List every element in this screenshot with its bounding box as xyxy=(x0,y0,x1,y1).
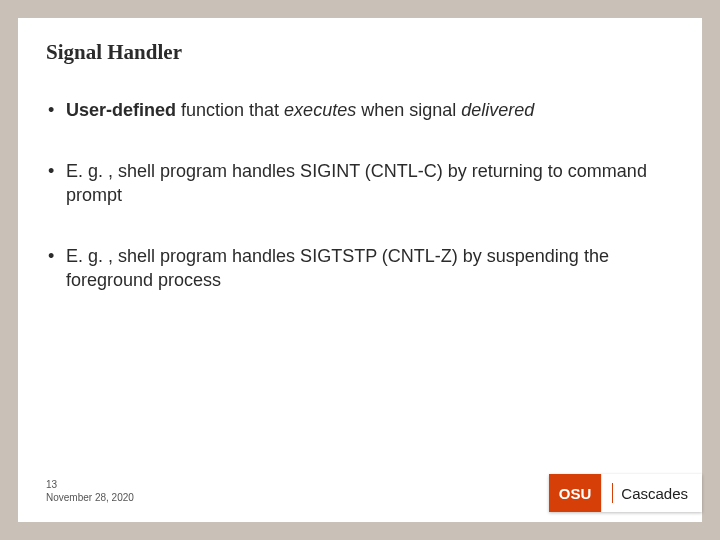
text-plain: when signal xyxy=(356,100,461,120)
slide-number: 13 xyxy=(46,478,134,491)
slide-title: Signal Handler xyxy=(46,40,674,65)
slide-date: November 28, 2020 xyxy=(46,491,134,504)
logo-divider xyxy=(612,483,613,503)
text-italic: delivered xyxy=(461,100,534,120)
logo-campus: Cascades xyxy=(601,474,702,512)
slide-footer: 13 November 28, 2020 xyxy=(46,478,134,504)
bullet-item: E. g. , shell program handles SIGINT (CN… xyxy=(46,160,674,207)
logo-campus-text: Cascades xyxy=(621,485,688,502)
bullet-item: E. g. , shell program handles SIGTSTP (C… xyxy=(46,245,674,292)
osu-cascades-logo: OSU Cascades xyxy=(549,474,702,512)
logo-brand: OSU xyxy=(549,474,602,512)
text-italic: executes xyxy=(284,100,356,120)
text-bold: User-defined xyxy=(66,100,176,120)
slide-frame: Signal Handler User-defined function tha… xyxy=(0,0,720,540)
bullet-list: User-defined function that executes when… xyxy=(46,99,674,292)
slide-content: Signal Handler User-defined function tha… xyxy=(18,18,702,522)
text-plain: function that xyxy=(176,100,284,120)
bullet-item: User-defined function that executes when… xyxy=(46,99,674,122)
